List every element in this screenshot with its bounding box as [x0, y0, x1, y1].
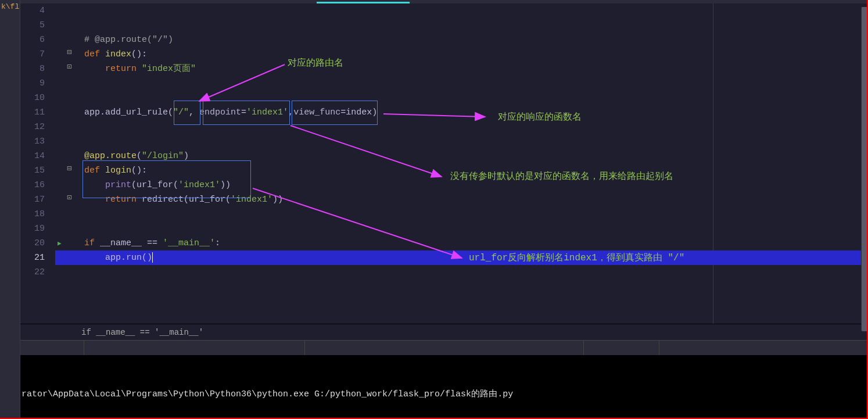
- breadcrumb-text: if __name__ == '__main__': [81, 328, 203, 337]
- line-number: 18: [20, 207, 45, 221]
- line-number: 21: [20, 250, 45, 265]
- terminal-tab[interactable]: [84, 341, 305, 355]
- code-area[interactable]: # @app.route("/") def index(): return "i…: [55, 3, 868, 324]
- current-line-highlight: [55, 250, 868, 265]
- svg-line-1: [383, 114, 485, 117]
- svg-line-3: [253, 188, 462, 258]
- annotation-route-name: 对应的路由名: [288, 57, 343, 69]
- terminal-tab[interactable]: [305, 341, 584, 355]
- line-number: 16: [20, 178, 45, 192]
- annotation-func-name: 对应的响应的函数名: [498, 111, 582, 123]
- line-number: 13: [20, 134, 45, 149]
- line-number: 15: [20, 163, 45, 178]
- code-editor[interactable]: 45678910111213141516171819202122 ▶ ⊟ ⊡ ⊟…: [20, 3, 868, 324]
- code-comment: # @app.route("/"): [84, 35, 173, 45]
- line-number: 19: [20, 221, 45, 236]
- line-number: 4: [20, 3, 45, 18]
- line-number-gutter: 45678910111213141516171819202122: [20, 3, 55, 324]
- line-number: 17: [20, 192, 45, 207]
- annotation-urlfor: url_for反向解析别名index1，得到真实路由 "/": [469, 252, 684, 264]
- line-number: 20: [20, 236, 45, 250]
- line-number: 9: [20, 76, 45, 91]
- highlight-box-route: [174, 101, 200, 125]
- highlight-box-login: [83, 160, 251, 198]
- terminal-output[interactable]: rator\AppData\Local\Programs\Python\Pyth…: [20, 355, 868, 419]
- line-number: 10: [20, 91, 45, 105]
- vertical-scrollbar[interactable]: [861, 7, 868, 331]
- sidebar-file-label: k\fla: [0, 0, 20, 13]
- line-number: 6: [20, 33, 45, 47]
- svg-line-2: [290, 126, 442, 177]
- breadcrumb-bar[interactable]: if __name__ == '__main__': [20, 324, 868, 340]
- line-number: 11: [20, 105, 45, 120]
- svg-line-0: [199, 65, 285, 101]
- editor-container: 45678910111213141516171819202122 ▶ ⊟ ⊡ ⊟…: [20, 0, 868, 419]
- terminal-tabs[interactable]: [20, 340, 868, 355]
- highlight-box-viewfunc: [292, 101, 378, 125]
- line-number: 8: [20, 62, 45, 76]
- highlight-box-endpoint: [203, 101, 290, 125]
- line-number: 14: [20, 149, 45, 163]
- line-number: 12: [20, 120, 45, 134]
- annotation-default-endpoint: 没有传参时默认的是对应的函数名，用来给路由起别名: [450, 170, 673, 182]
- terminal-line: rator\AppData\Local\Programs\Python\Pyth…: [21, 388, 868, 402]
- line-number: 22: [20, 265, 45, 280]
- project-sidebar[interactable]: k\fla: [0, 0, 20, 419]
- line-number: 5: [20, 18, 45, 33]
- ruler-line: [713, 3, 713, 324]
- terminal-tab[interactable]: [20, 341, 84, 355]
- line-number: 7: [20, 47, 45, 62]
- scrollbar-thumb[interactable]: [862, 7, 867, 331]
- text-caret: [152, 252, 153, 263]
- terminal-tab[interactable]: [584, 341, 659, 355]
